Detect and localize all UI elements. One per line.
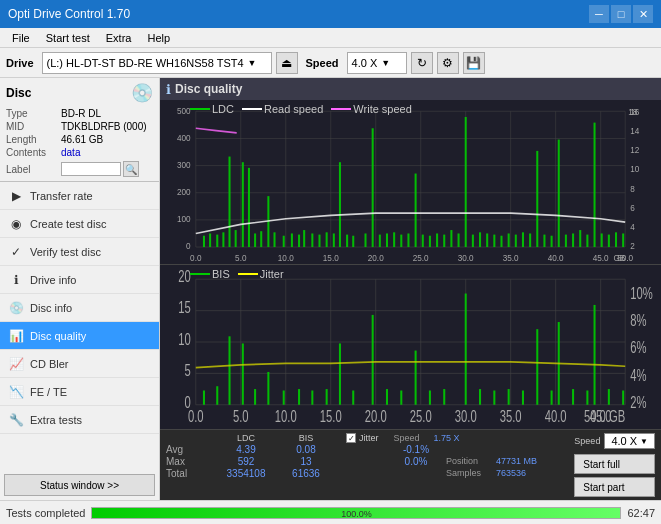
svg-rect-45 [209, 233, 211, 247]
svg-rect-88 [515, 235, 517, 247]
stats-spacer3 [336, 456, 386, 467]
svg-text:10%: 10% [630, 285, 652, 302]
disc-label-input[interactable] [61, 162, 121, 176]
svg-rect-66 [352, 236, 354, 247]
stats-jitter-header: ✓ Jitter [346, 433, 379, 443]
menu-file[interactable]: File [4, 30, 38, 46]
disc-mid-row: MID TDKBLDRFB (000) [6, 121, 153, 132]
drive-info-icon: ℹ [8, 272, 24, 288]
speed-value: 4.0 X [352, 57, 378, 69]
speed-dropdown-val: 4.0 X [611, 435, 637, 447]
legend-read-speed-color [242, 108, 262, 110]
svg-text:50.0 GB: 50.0 GB [584, 408, 625, 425]
svg-rect-103 [622, 233, 624, 247]
sidebar-item-cd-bler[interactable]: 📈 CD Bler [0, 350, 159, 378]
menu-extra[interactable]: Extra [98, 30, 140, 46]
disc-contents-label: Contents [6, 147, 61, 158]
svg-rect-96 [572, 233, 574, 247]
disc-label-key: Label [6, 164, 61, 175]
svg-rect-160 [479, 389, 481, 405]
svg-rect-52 [254, 233, 256, 247]
sidebar-item-verify-test-disc[interactable]: ✓ Verify test disc [0, 238, 159, 266]
status-window-button[interactable]: Status window >> [4, 474, 155, 496]
stats-avg-row: Avg 4.39 0.08 -0.1% [166, 444, 568, 455]
stats-total-bis: 61636 [276, 468, 336, 479]
sidebar-item-drive-info[interactable]: ℹ Drive info [0, 266, 159, 294]
svg-text:25.0: 25.0 [413, 252, 429, 262]
speed-selector[interactable]: 4.0 X ▼ [347, 52, 407, 74]
svg-rect-44 [203, 236, 205, 247]
close-button[interactable]: ✕ [633, 5, 653, 23]
disc-title: Disc [6, 86, 31, 100]
speed-dropdown[interactable]: 4.0 X ▼ [604, 433, 655, 449]
svg-rect-143 [229, 336, 231, 404]
menu-start-test[interactable]: Start test [38, 30, 98, 46]
sidebar-item-transfer-rate[interactable]: ▶ Transfer rate [0, 182, 159, 210]
svg-rect-102 [615, 232, 617, 247]
svg-rect-50 [242, 162, 244, 247]
refresh-button[interactable]: ↻ [411, 52, 433, 74]
speed-dropdown-arrow: ▼ [381, 58, 390, 68]
stats-spacer2 [336, 444, 386, 455]
minimize-button[interactable]: ─ [589, 5, 609, 23]
sidebar-item-label-create-test: Create test disc [30, 218, 106, 230]
cd-bler-icon: 📈 [8, 356, 24, 372]
stats-avg-bis: 0.08 [276, 444, 336, 455]
eject-button[interactable]: ⏏ [276, 52, 298, 74]
svg-rect-150 [326, 389, 328, 405]
svg-text:10.0: 10.0 [275, 408, 297, 425]
start-part-button[interactable]: Start part [574, 477, 655, 497]
svg-rect-169 [594, 305, 596, 405]
menu-help[interactable]: Help [139, 30, 178, 46]
stats-total-label: Total [166, 468, 216, 479]
svg-rect-65 [346, 235, 348, 247]
svg-text:6%: 6% [630, 340, 646, 357]
disc-type-label: Type [6, 108, 61, 119]
svg-text:10: 10 [178, 331, 191, 348]
speed-dropdown-chevron: ▼ [640, 437, 648, 446]
svg-rect-60 [311, 233, 313, 247]
legend-jitter-color [238, 273, 258, 275]
drive-selector[interactable]: (L:) HL-DT-ST BD-RE WH16NS58 TST4 ▼ [42, 52, 272, 74]
svg-rect-59 [303, 230, 305, 247]
stats-max-jitter: 0.0% [386, 456, 446, 467]
sidebar-item-extra-tests[interactable]: 🔧 Extra tests [0, 406, 159, 434]
sidebar-item-fe-te[interactable]: 📉 FE / TE [0, 378, 159, 406]
legend-write-speed: Write speed [331, 103, 412, 115]
disc-quality-header: ℹ Disc quality [160, 78, 661, 100]
svg-rect-87 [508, 233, 510, 247]
sidebar-item-disc-quality[interactable]: 📊 Disc quality [0, 322, 159, 350]
nav-items: ▶ Transfer rate ◉ Create test disc ✓ Ver… [0, 182, 159, 470]
svg-rect-161 [493, 390, 495, 404]
svg-rect-74 [415, 174, 417, 248]
svg-rect-171 [622, 390, 624, 404]
svg-rect-99 [594, 123, 596, 247]
disc-panel: Disc 💿 Type BD-R DL MID TDKBLDRFB (000) … [0, 78, 159, 182]
svg-rect-100 [601, 233, 603, 247]
svg-rect-89 [522, 232, 524, 247]
svg-rect-167 [572, 389, 574, 405]
status-time: 62:47 [627, 507, 655, 519]
bis-chart-container: BIS Jitter [160, 265, 661, 430]
svg-rect-159 [465, 294, 467, 405]
settings-button[interactable]: ⚙ [437, 52, 459, 74]
start-full-button[interactable]: Start full [574, 454, 655, 474]
legend-write-speed-label: Write speed [353, 103, 412, 115]
disc-label-button[interactable]: 🔍 [123, 161, 139, 177]
stats-position-val: 47731 MB [496, 456, 561, 467]
sidebar-item-disc-info[interactable]: 💿 Disc info [0, 294, 159, 322]
charts-area: LDC Read speed Write speed [160, 100, 661, 500]
drive-value: (L:) HL-DT-ST BD-RE WH16NS58 TST4 [47, 57, 244, 69]
svg-text:40.0: 40.0 [545, 408, 567, 425]
svg-text:30.0: 30.0 [458, 252, 474, 262]
stats-header-row: LDC BIS ✓ Jitter Speed 1.75 X [166, 433, 568, 443]
svg-text:5: 5 [184, 362, 190, 379]
maximize-button[interactable]: □ [611, 5, 631, 23]
sidebar-item-label-disc-quality: Disc quality [30, 330, 86, 342]
save-button[interactable]: 💾 [463, 52, 485, 74]
sidebar-item-create-test-disc[interactable]: ◉ Create test disc [0, 210, 159, 238]
stats-avg-label: Avg [166, 444, 216, 455]
jitter-checkbox[interactable]: ✓ [346, 433, 356, 443]
svg-rect-91 [536, 151, 538, 247]
svg-rect-149 [311, 390, 313, 404]
